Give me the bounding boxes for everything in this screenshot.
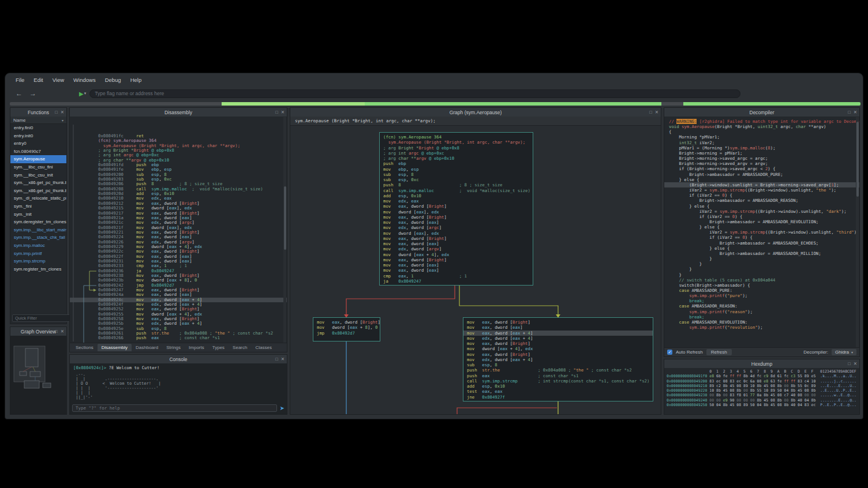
decompiler-scrollbar[interactable] <box>856 117 859 348</box>
graph-asm-line[interactable]: add esp, 0x10 <box>467 384 649 389</box>
hexdump-row[interactable]: 0x0000000008049200 83 ec 08 83 ec 0c 6a … <box>667 379 859 384</box>
decompiler-line[interactable]: } <box>664 256 859 261</box>
function-item[interactable]: sym.Aeropause <box>10 155 66 163</box>
graph-asm-line[interactable]: push str.the ; 0x804a008 ; "the " ; cons… <box>467 367 649 373</box>
decompiler-panel-header[interactable]: Decompiler □ ✕ <box>664 108 859 117</box>
float-icon[interactable]: □ <box>55 329 58 334</box>
function-item[interactable]: sym.deregister_tm_clones <box>10 218 66 226</box>
graph-asm-line[interactable]: sub esp, 8 <box>383 172 529 177</box>
menu-item-help[interactable]: Help <box>126 76 147 84</box>
graph-asm-line[interactable]: ja 0x8049247 <box>383 279 529 284</box>
basic-block-false[interactable]: mov eax, dword [Bright]mov dword [eax + … <box>313 317 380 341</box>
decompiler-line[interactable]: { <box>664 129 859 134</box>
decompiler-line[interactable]: break; <box>664 314 859 320</box>
seek-input[interactable] <box>89 89 740 98</box>
close-icon[interactable]: ✕ <box>854 361 857 366</box>
graph-asm-line[interactable]: jne 0x804927f <box>467 395 649 400</box>
hexdump-row[interactable]: 0x0000000008049210 89 c2 8b 45 08 89 10 … <box>667 384 859 388</box>
decompiler-line[interactable]: Bright->ambassador = AMBASSADOR_ECHOES; <box>664 241 859 246</box>
decompiler-line[interactable]: Bright->morning->saved_argv = argv; <box>664 161 859 166</box>
function-item[interactable]: sym.imp.__libc_start_main <box>10 226 66 234</box>
tab-strings[interactable]: Strings <box>162 344 185 351</box>
decompiler-line[interactable]: iVar2 = sym.imp.strcmp((Bright->window).… <box>664 230 859 235</box>
hexdump-row[interactable]: 0x00000000080491f0 e8 6b fe ff ff 8b 4d … <box>667 374 859 378</box>
graph-asm-line[interactable]: mov eax, dword [Bright] <box>467 341 649 346</box>
graph-asm-line[interactable]: mov eax, dword [Bright] <box>467 352 649 357</box>
decompiler-line[interactable]: case AMBASSADOR_PURE: <box>664 288 859 293</box>
graph-overview-header[interactable]: Graph Overview □ ✕ <box>10 327 66 336</box>
hexdump-panel-header[interactable]: Hexdump □ ✕ <box>664 359 859 368</box>
graph-asm-line[interactable]: ; arg Bright *Bright @ ebp+0x8 <box>383 145 529 151</box>
tab-types[interactable]: Types <box>208 344 229 351</box>
seekbar-segment[interactable] <box>365 102 661 106</box>
graph-asm-line[interactable]: mov eax, dword [eax] <box>383 262 529 268</box>
graph-asm-line[interactable]: mov dword [eax], edx <box>383 231 529 236</box>
function-item[interactable]: sym._dl_relocate_static_pie <box>10 194 66 202</box>
decompiler-line[interactable]: iVar2 = sym.imp.strcmp((Bright->window).… <box>664 187 859 193</box>
graph-asm-line[interactable]: cmp eax, 1 ; 1 <box>383 273 529 279</box>
decompiler-line[interactable]: // WARNING: [r2ghidra] Failed to match t… <box>664 119 859 124</box>
menu-item-view[interactable]: View <box>48 76 69 84</box>
seekbar[interactable] <box>10 102 860 106</box>
graph-minimap[interactable] <box>10 336 66 414</box>
graph-asm-line[interactable]: mov eax, dword [Bright] <box>383 236 529 241</box>
function-item[interactable]: sym.imp.strcmp <box>10 257 66 265</box>
function-item[interactable]: sym.imp.__stack_chk_fail <box>10 234 66 242</box>
disassembly-panel-header[interactable]: Disassembly □ ✕ <box>70 108 287 117</box>
float-icon[interactable]: □ <box>848 110 851 115</box>
graph-asm-line[interactable]: mov edx, dword [eax + 4] <box>467 336 649 341</box>
menu-item-windows[interactable]: Windows <box>69 76 100 84</box>
graph-asm-line[interactable]: mov ebp, esp <box>383 167 529 172</box>
graph-asm-line[interactable]: mov eax, dword [Bright] <box>383 257 529 262</box>
decompiler-line[interactable]: } else { <box>664 224 859 230</box>
graph-asm-line[interactable]: push ebp <box>383 161 529 166</box>
decompiler-line[interactable]: } else { <box>664 204 859 209</box>
graph-asm-line[interactable]: mov eax, dword [Bright] <box>383 215 529 220</box>
decompiler-line[interactable]: Bright->morning->saved_argc = argc; <box>664 156 859 161</box>
seekbar-segment[interactable] <box>222 102 365 106</box>
debug-dropdown-caret-icon[interactable]: ▾ <box>84 91 87 96</box>
close-icon[interactable]: ✕ <box>655 110 659 115</box>
function-item[interactable]: sym._init <box>10 211 66 219</box>
function-item[interactable]: sym.__libc_csu_init <box>10 171 66 179</box>
float-icon[interactable]: □ <box>55 110 58 115</box>
graph-asm-line[interactable]: mov eax, dword [Bright] <box>317 320 376 325</box>
function-item[interactable]: sym.register_tm_clones <box>10 265 66 273</box>
disassembly-listing[interactable]: 0x080491fc ret(fcn) sym.Aeropause 364 sy… <box>70 117 287 344</box>
debug-play-icon[interactable]: ▶ <box>79 91 84 97</box>
decompiler-line[interactable]: (Bright->window).sunlight = Bright->morn… <box>664 182 859 187</box>
graph-asm-line[interactable]: jmp 0x80492d7 <box>317 331 376 336</box>
graph-asm-line[interactable]: test eax, eax <box>467 389 649 394</box>
decompiler-line[interactable]: sym.imp.printf("pure"); <box>664 293 859 298</box>
auto-refresh-checkbox[interactable]: ✓ <box>667 350 672 355</box>
seekbar-segment[interactable] <box>10 102 222 106</box>
graph-asm-line[interactable]: ; arg int argc @ ebp+0xc <box>383 151 529 156</box>
decompiler-line[interactable]: } else { <box>664 177 859 182</box>
decompiler-line[interactable]: Bright->ambassador = AMBASSADOR_MILLION; <box>664 251 859 256</box>
graph-asm-line[interactable]: push eax ; const char *s1 <box>467 373 649 378</box>
float-icon[interactable]: □ <box>848 361 851 366</box>
close-icon[interactable]: ✕ <box>281 110 285 115</box>
decompiler-line[interactable]: iVar2 = sym.imp.strcmp((Bright->window).… <box>664 209 859 214</box>
decompiler-line[interactable]: } <box>664 266 859 272</box>
graph-asm-line[interactable]: mov edx, eax <box>383 198 529 204</box>
graph-asm-line[interactable]: sym.Aeropause (Bright *Bright, int argc,… <box>383 140 529 145</box>
graph-asm-line[interactable]: mov eax, dword [eax + 4] <box>463 331 653 336</box>
decompiler-line[interactable]: Bright->ambassador = AMBASSADOR_REASON; <box>664 198 859 203</box>
close-icon[interactable]: ✕ <box>61 110 64 115</box>
menu-item-debug[interactable]: Debug <box>100 76 126 84</box>
graph-asm-line[interactable]: call sym.imp.strcmp ; int strcmp(const c… <box>467 378 649 384</box>
graph-asm-line[interactable]: mov dword [eax + 4], edx <box>383 252 529 257</box>
hexdump-content[interactable]: 0 1 2 3 4 5 6 7 8 9 A B C D E F 01234567… <box>664 368 859 414</box>
graph-asm-line[interactable]: sub esp, 8 <box>467 362 649 367</box>
back-button[interactable]: ← <box>12 89 26 97</box>
seekbar-segment[interactable] <box>661 102 683 106</box>
decompiler-select[interactable]: Ghidra ▾ <box>832 349 856 355</box>
graph-asm-line[interactable]: mov eax, dword [Bright] <box>467 320 649 325</box>
console-panel-header[interactable]: Console □ ✕ <box>70 355 287 363</box>
function-item[interactable]: entry0 <box>10 140 66 148</box>
refresh-button[interactable]: Refresh <box>706 349 732 355</box>
function-item[interactable]: sym._fini <box>10 202 66 211</box>
basic-block-entry[interactable]: (fcn) sym.Aeropause 364 sym.Aeropause (B… <box>379 132 533 286</box>
tab-disassembly[interactable]: Disassembly <box>98 344 132 351</box>
